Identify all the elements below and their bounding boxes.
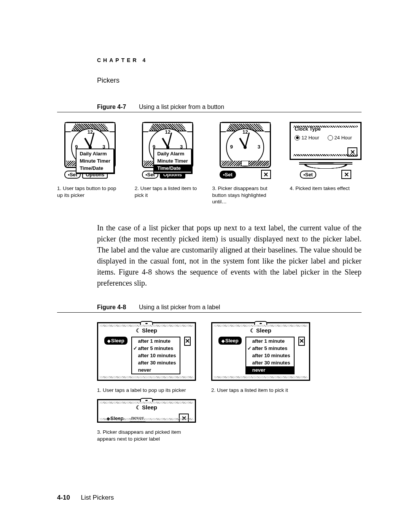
set-button-active[interactable]: •Set [220, 171, 236, 179]
menu-never-highlighted[interactable]: never [246, 366, 294, 374]
sleep-label[interactable]: ◆Sleep [104, 337, 127, 345]
figure-4-7-id: Figure 4-7 [97, 104, 139, 110]
fig48-caption-3: 3. Picker disappears and picked item app… [97, 429, 200, 442]
sleep-menu[interactable]: after 1 minute after 5 minutes after 10 … [245, 337, 295, 374]
fig48-caption-2: 2. User taps a listed item to pick it [211, 387, 314, 394]
fig47-caption-2: 2. User taps a listed item to pick it [135, 185, 201, 198]
figure-4-8-title: Using a list picker from a label [139, 304, 220, 311]
menu-after-1-minute[interactable]: after 1 minute [246, 337, 294, 345]
sleep-label[interactable]: ◆Sleep [218, 337, 242, 345]
fig47-caption-4: 4. Picked item takes effect [290, 185, 362, 192]
menu-after-5-minutes-checked[interactable]: after 5 minutes [246, 345, 294, 352]
sleep-heading: ☾Sleep [102, 327, 191, 334]
fig48-caption-1: 1. User taps a label to pop up its picke… [97, 387, 200, 394]
drag-handle-icon[interactable] [140, 321, 153, 325]
clock-step1: 12 3 9 Daily Alarm Minute Timer Time/Dat… [64, 122, 116, 179]
clock-stand-deco [299, 162, 352, 170]
menu-time-date-selected[interactable]: Time/Date [154, 165, 191, 172]
menu-time-date[interactable]: Time/Date [76, 165, 113, 172]
menu-daily-alarm[interactable]: Daily Alarm [154, 150, 191, 157]
section-title: Pickers [97, 77, 362, 85]
options-menu[interactable]: Daily Alarm Minute Timer Time/Date [153, 149, 192, 173]
moon-icon: ☾ [136, 328, 141, 334]
figure-4-7-title: Using a list picker from a button [139, 104, 224, 110]
sleep-label-plain[interactable]: ◆Sleep [104, 415, 126, 422]
drag-handle-icon[interactable] [254, 321, 267, 325]
drag-handle-icon[interactable] [140, 398, 153, 402]
menu-after-1-minute[interactable]: after 1 minute [132, 337, 180, 345]
close-icon[interactable]: ✕ [347, 147, 357, 157]
set-button[interactable]: •Set [300, 171, 316, 179]
sleep-slip-step1: ☾Sleep ◆Sleep after 1 minute after 5 min… [97, 322, 196, 381]
menu-minute-timer[interactable]: Minute Timer [76, 157, 113, 165]
clock-type-title: Clock Type [295, 126, 357, 132]
sleep-heading: ☾Sleep [216, 327, 305, 334]
body-paragraph: In the case of a list picker that pops u… [97, 222, 362, 289]
sleep-value: never [130, 415, 145, 422]
fig47-caption-3: 3. Picker disappears but button stays hi… [212, 185, 279, 205]
close-icon[interactable]: ✕ [298, 337, 305, 346]
radio-12-hour[interactable]: 12 Hour [295, 135, 319, 141]
moon-icon: ☾ [250, 328, 255, 334]
radio-24-hour[interactable]: 24 Hour [328, 135, 352, 141]
options-menu[interactable]: Daily Alarm Minute Timer Time/Date [76, 149, 114, 173]
page-number: 4-10 [57, 494, 70, 501]
moon-icon: ☾ [136, 404, 141, 411]
menu-after-5-minutes-checked[interactable]: after 5 minutes [132, 345, 180, 352]
footer-section: List Pickers [81, 494, 114, 501]
chapter-label: CHAPTER 4 [97, 57, 362, 63]
menu-after-10-minutes[interactable]: after 10 minutes [246, 352, 294, 359]
menu-after-30-minutes[interactable]: after 30 minutes [132, 359, 180, 366]
fig47-caption-1: 1. User taps button to pop up its picker [57, 185, 123, 198]
menu-after-30-minutes[interactable]: after 30 minutes [246, 359, 294, 366]
menu-daily-alarm[interactable]: Daily Alarm [76, 150, 113, 157]
menu-after-10-minutes[interactable]: after 10 minutes [132, 352, 180, 359]
close-icon[interactable]: ✕ [261, 170, 271, 179]
sleep-slip-step3: ☾Sleep ◆Sleep never ✕ [97, 399, 196, 423]
clock-step2: 12 3 9 Daily Alarm Minute Timer Time/Dat… [142, 122, 193, 179]
figure-4-8-id: Figure 4-8 [97, 304, 139, 311]
sleep-slip-step2: ☾Sleep ◆Sleep after 1 minute after 5 min… [211, 322, 310, 381]
close-icon[interactable]: ✕ [341, 170, 351, 179]
clock-type-slip: Clock Type 12 Hour 24 Hour ✕ [290, 122, 362, 160]
sleep-heading: ☾Sleep [102, 404, 191, 411]
close-icon[interactable]: ✕ [179, 414, 189, 423]
page-footer: 4-10 List Pickers [57, 494, 114, 502]
clock-step3: 12 3 6 9 •Set ✕ [220, 122, 271, 179]
close-icon[interactable]: ✕ [184, 337, 191, 346]
figure-4-7-row: 12 3 9 Daily Alarm Minute Timer Time/Dat… [57, 122, 362, 205]
menu-never[interactable]: never [132, 366, 180, 374]
menu-minute-timer[interactable]: Minute Timer [154, 157, 191, 165]
sleep-menu[interactable]: after 1 minute after 5 minutes after 10 … [131, 337, 181, 374]
